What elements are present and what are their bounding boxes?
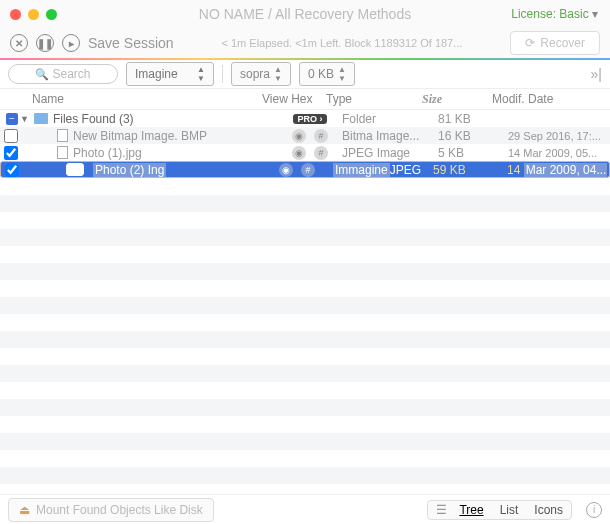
file-row[interactable]: Photo (1).jpg ◉# JPEG Image 5 KB 14 Mar … <box>0 144 610 161</box>
info-icon[interactable]: i <box>586 502 602 518</box>
folder-row[interactable]: − ▼ Files Found (3) PRO › Folder 81 KB <box>0 110 610 127</box>
toolbar: ✕ ❚❚ ▸ Save Session < 1m Elapsed. <1m Le… <box>0 28 610 58</box>
stop-icon[interactable]: ✕ <box>10 34 28 52</box>
preview-icon[interactable]: ◉ <box>279 163 293 177</box>
maximize-icon[interactable] <box>46 9 57 20</box>
checkbox[interactable] <box>4 146 18 160</box>
col-view[interactable]: View Hex <box>262 92 326 106</box>
close-icon[interactable] <box>10 9 21 20</box>
file-icon <box>57 129 68 142</box>
tree-icon: ☰ <box>428 501 451 519</box>
file-icon <box>57 146 68 159</box>
col-name[interactable]: Name <box>32 92 262 106</box>
col-date[interactable]: Modif. Date <box>492 92 602 106</box>
col-type[interactable]: Type <box>326 92 422 106</box>
preview-icon[interactable]: ◉ <box>292 146 306 160</box>
pause-icon[interactable]: ❚❚ <box>36 34 54 52</box>
expand-icon[interactable]: »| <box>591 66 602 82</box>
file-row[interactable]: New Bitmap Image. BMP ◉# Bitma Image... … <box>0 127 610 144</box>
imagine-select[interactable]: Imagine ▲▼ <box>126 62 214 86</box>
footer: ⏏Mount Found Objects Like Disk ☰ Tree Li… <box>0 494 610 524</box>
list-tab[interactable]: List <box>492 501 527 519</box>
folder-icon <box>34 113 48 124</box>
col-size[interactable]: Size <box>422 92 492 107</box>
window-title: NO NAME / All Recovery Methods <box>199 6 411 22</box>
size-filter[interactable]: 0 KB ▲▼ <box>299 62 355 86</box>
hex-icon[interactable]: # <box>314 146 328 160</box>
pro-badge: PRO › <box>293 114 326 124</box>
sort-select[interactable]: sopra ▲▼ <box>231 62 291 86</box>
collapse-icon[interactable]: − <box>6 113 18 125</box>
window-controls <box>10 9 57 20</box>
license-label[interactable]: License: Basic ▾ <box>511 7 598 21</box>
checkbox[interactable] <box>4 129 18 143</box>
view-toggle[interactable]: ☰ Tree List Icons <box>427 500 572 520</box>
hex-icon[interactable]: # <box>301 163 315 177</box>
column-headers: Name View Hex Type Size Modif. Date <box>0 88 610 110</box>
tree-tab[interactable]: Tree <box>451 501 491 519</box>
mount-button[interactable]: ⏏Mount Found Objects Like Disk <box>8 498 214 522</box>
file-list: − ▼ Files Found (3) PRO › Folder 81 KB N… <box>0 110 610 178</box>
empty-area <box>0 178 610 494</box>
icons-tab[interactable]: Icons <box>526 501 571 519</box>
resume-icon[interactable]: ▸ <box>62 34 80 52</box>
filter-bar: 🔍 Search Imagine ▲▼ sopra ▲▼ 0 KB ▲▼ »| <box>0 60 610 88</box>
status-text: < 1m Elapsed. <1m Left. Block 1189312 Of… <box>182 37 503 49</box>
file-icon <box>66 163 84 176</box>
checkbox[interactable] <box>5 163 19 177</box>
search-input[interactable]: 🔍 Search <box>8 64 118 84</box>
minimize-icon[interactable] <box>28 9 39 20</box>
file-row-selected[interactable]: Photo (2) Ing ◉# ImmagineJPEG 59 KB 14 M… <box>0 161 610 178</box>
titlebar: NO NAME / All Recovery Methods License: … <box>0 0 610 28</box>
save-session-button[interactable]: Save Session <box>88 35 174 51</box>
recover-button[interactable]: ⟳Recover <box>510 31 600 55</box>
preview-icon[interactable]: ◉ <box>292 129 306 143</box>
hex-icon[interactable]: # <box>314 129 328 143</box>
disclosure-icon[interactable]: ▼ <box>20 114 29 124</box>
